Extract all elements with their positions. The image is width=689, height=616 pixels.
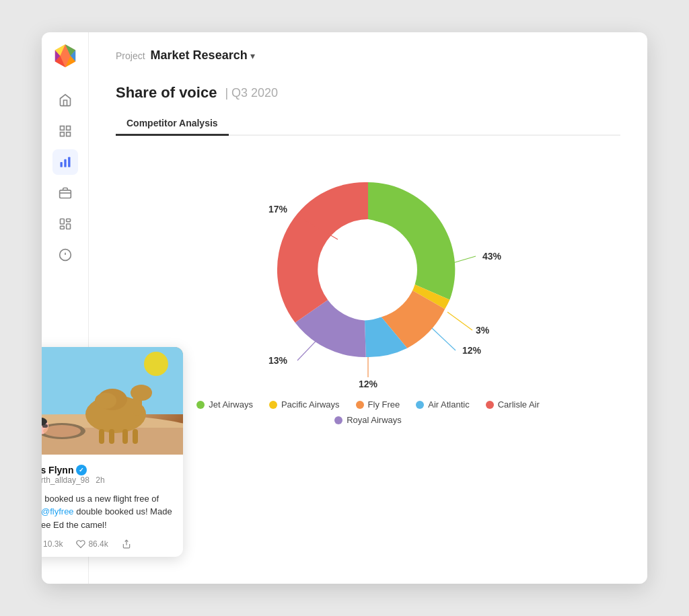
tab-bar: Competitor Analysis (116, 112, 620, 136)
project-name: Market Research (151, 48, 248, 63)
project-dropdown[interactable]: Market Research ▾ (151, 48, 255, 63)
svg-rect-14 (66, 224, 70, 229)
svg-rect-27 (99, 429, 104, 444)
tweet-body: A Atlas Flynn ✓ @Earth_allday_98 2h @Jet… (42, 455, 183, 557)
sidebar-item-analytics[interactable] (52, 211, 78, 237)
legend-label-air: Air Atlantic (428, 399, 469, 410)
app-container: Project Market Research ▾ Share of voice… (42, 32, 647, 584)
legend-jet-airways: Jet Airways (196, 399, 253, 410)
label-line-pacific (447, 312, 472, 330)
svg-rect-28 (109, 429, 114, 444)
svg-rect-12 (66, 219, 70, 222)
label-12-bottom: 12% (359, 379, 378, 389)
page-title: Share of voice (116, 84, 217, 102)
page-subtitle: | Q3 2020 (225, 86, 278, 100)
sidebar-item-briefcase[interactable] (52, 180, 78, 206)
label-12-right: 12% (462, 345, 482, 356)
svg-rect-6 (60, 162, 62, 167)
svg-point-21 (144, 352, 168, 376)
svg-rect-9 (59, 190, 71, 198)
app-logo (52, 43, 78, 69)
tweet-author-row: A Atlas Flynn ✓ @Earth_allday_98 2h (42, 463, 172, 487)
legend-label-fly: Fly Free (368, 399, 400, 410)
svg-rect-2 (60, 126, 64, 130)
svg-point-26 (95, 393, 116, 409)
legend-dot-pacific (269, 401, 277, 409)
tweet-actions: 192 10.3k 86.4k (42, 539, 172, 549)
verified-badge: ✓ (76, 465, 87, 475)
tweet-text: @Jetairways booked us a new flight free … (42, 492, 172, 532)
label-line-jet (453, 256, 476, 263)
label-43: 43% (482, 251, 502, 262)
svg-point-36 (43, 425, 81, 437)
tweet-author-info: Atlas Flynn ✓ @Earth_allday_98 2h (42, 465, 172, 485)
legend-fly-free: Fly Free (356, 399, 400, 410)
sidebar-item-alert[interactable] (52, 242, 78, 268)
svg-rect-4 (60, 132, 64, 137)
tab-competitor-analysis[interactable]: Competitor Analysis (116, 112, 229, 136)
svg-rect-7 (64, 159, 66, 167)
tweet-card: A Atlas Flynn ✓ @Earth_allday_98 2h @Jet… (42, 347, 183, 557)
project-label: Project (116, 50, 145, 61)
chart-area: 17% 43% 12% 3% 13% (116, 152, 620, 568)
label-17: 17% (268, 204, 288, 215)
legend-label-jet: Jet Airways (209, 399, 253, 410)
legend-label-royal: Royal Airways (347, 415, 402, 425)
legend-label-carlisle: Carlisle Air (498, 399, 540, 410)
legend-air-atlantic: Air Atlantic (416, 399, 469, 410)
legend-dot-carlisle (486, 401, 494, 409)
svg-rect-29 (122, 429, 128, 444)
svg-rect-5 (66, 132, 70, 137)
legend: Jet Airways Pacific Airways Fly Free Air… (180, 399, 556, 425)
like-count: 86.4k (88, 539, 108, 549)
sidebar-item-home[interactable] (52, 87, 78, 113)
mention-jetairways: @Jetairways (42, 494, 42, 504)
sidebar-item-charts[interactable] (52, 149, 78, 175)
sidebar-item-grid[interactable] (52, 118, 78, 144)
page-title-row: Share of voice | Q3 2020 (116, 84, 620, 102)
legend-label-pacific: Pacific Airways (281, 399, 340, 410)
tweet-action-retweet[interactable]: 10.3k (42, 539, 63, 549)
tweet-author-name: Atlas Flynn ✓ (42, 465, 172, 475)
heart-icon (76, 539, 85, 549)
label-13: 13% (268, 355, 288, 366)
tweet-action-share[interactable] (122, 539, 131, 549)
header: Project Market Research ▾ (116, 48, 620, 63)
legend-pacific-airways: Pacific Airways (269, 399, 340, 410)
svg-rect-8 (68, 157, 70, 167)
camel-scene-svg (42, 347, 183, 455)
svg-rect-30 (133, 429, 138, 444)
legend-royal-airways: Royal Airways (334, 415, 402, 425)
legend-dot-air (416, 401, 424, 409)
tweet-handle: @Earth_allday_98 2h (42, 475, 172, 485)
svg-point-24 (131, 385, 152, 401)
legend-carlisle-air: Carlisle Air (486, 399, 540, 410)
share-icon (122, 539, 131, 549)
donut-hole (319, 221, 417, 319)
chevron-down-icon: ▾ (250, 50, 255, 61)
tweet-image (42, 347, 183, 455)
donut-chart: 17% 43% 12% 3% 13% (200, 152, 536, 394)
mention-flyfree: @flyfree (42, 506, 74, 516)
label-3: 3% (476, 325, 490, 336)
svg-rect-3 (66, 126, 70, 130)
legend-dot-jet (196, 401, 205, 409)
svg-rect-11 (60, 219, 64, 225)
legend-dot-fly (356, 401, 364, 409)
retweet-count: 10.3k (43, 539, 63, 549)
tweet-action-like[interactable]: 86.4k (76, 539, 108, 549)
legend-dot-royal (334, 416, 342, 424)
svg-rect-13 (60, 226, 64, 229)
label-line-air (432, 328, 456, 350)
